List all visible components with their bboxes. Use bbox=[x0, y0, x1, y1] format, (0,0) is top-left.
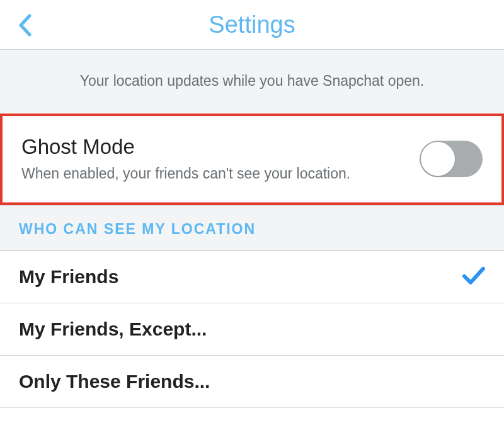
ghost-mode-toggle[interactable] bbox=[420, 141, 483, 177]
option-my-friends-except[interactable]: My Friends, Except... bbox=[0, 303, 504, 356]
info-section: Your location updates while you have Sna… bbox=[0, 49, 504, 114]
section-header-text: WHO CAN SEE MY LOCATION bbox=[19, 221, 485, 238]
option-only-these-friends[interactable]: Only These Friends... bbox=[0, 356, 504, 408]
ghost-mode-row: Ghost Mode When enabled, your friends ca… bbox=[0, 114, 504, 205]
option-label: Only These Friends... bbox=[19, 371, 210, 392]
toggle-knob bbox=[421, 142, 455, 176]
ghost-mode-text: Ghost Mode When enabled, your friends ca… bbox=[21, 135, 350, 182]
checkmark-icon bbox=[462, 266, 485, 288]
back-icon[interactable] bbox=[18, 14, 33, 39]
section-header: WHO CAN SEE MY LOCATION bbox=[0, 205, 504, 251]
info-text: Your location updates while you have Sna… bbox=[13, 73, 491, 90]
option-label: My Friends bbox=[19, 266, 118, 288]
ghost-mode-description: When enabled, your friends can't see you… bbox=[21, 165, 350, 182]
option-my-friends[interactable]: My Friends bbox=[0, 251, 504, 303]
ghost-mode-title: Ghost Mode bbox=[21, 135, 350, 159]
option-label: My Friends, Except... bbox=[19, 318, 207, 340]
header-bar: Settings bbox=[0, 0, 504, 49]
page-title: Settings bbox=[209, 11, 295, 38]
